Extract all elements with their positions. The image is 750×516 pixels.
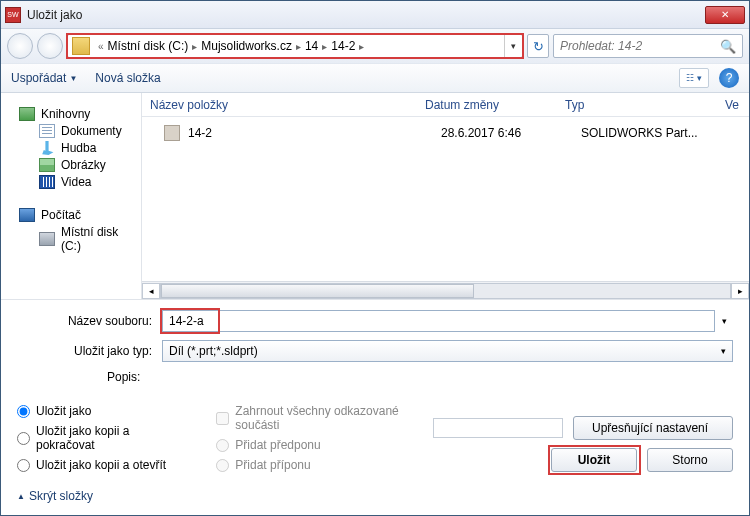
help-button[interactable]: ? bbox=[719, 68, 739, 88]
chevron-right-icon: ▸ bbox=[292, 41, 305, 52]
libraries-icon bbox=[19, 107, 35, 121]
toolbar: Uspořádat▼ Nová složka ☷ ▾ ? bbox=[1, 63, 749, 93]
part-file-icon bbox=[164, 125, 180, 141]
titlebar: SW Uložit jako ✕ bbox=[1, 1, 749, 29]
col-name[interactable]: Název položky bbox=[150, 98, 425, 112]
filename-label: Název souboru: bbox=[17, 314, 162, 328]
sidebar-item-documents[interactable]: Dokumenty bbox=[39, 124, 141, 138]
address-bar: « Místní disk (C:) ▸ Mujsolidworks.cz ▸ … bbox=[1, 29, 749, 63]
crumb-folder-2[interactable]: 14 bbox=[305, 39, 318, 53]
horizontal-scrollbar[interactable]: ◂ ▸ bbox=[142, 281, 749, 299]
sidebar-group-libraries[interactable]: Knihovny bbox=[19, 107, 141, 121]
column-headers: Název položky Datum změny Typ Ve bbox=[142, 93, 749, 117]
computer-icon bbox=[19, 208, 35, 222]
file-area: Název položky Datum změny Typ Ve 14-2 28… bbox=[142, 93, 749, 299]
document-icon bbox=[39, 124, 55, 138]
close-button[interactable]: ✕ bbox=[705, 6, 745, 24]
scroll-left-button[interactable]: ◂ bbox=[142, 283, 160, 299]
chevron-right-icon: ▸ bbox=[355, 41, 368, 52]
col-type[interactable]: Typ bbox=[565, 98, 725, 112]
options-area: Uložit jako Uložit jako kopii a pokračov… bbox=[1, 398, 749, 482]
sidebar-item-music[interactable]: Hudba bbox=[39, 141, 141, 155]
chevron-up-icon: ▲ bbox=[17, 492, 25, 501]
new-folder-button[interactable]: Nová složka bbox=[95, 71, 160, 85]
hide-folders-link[interactable]: ▲Skrýt složky bbox=[17, 489, 93, 503]
filename-dropdown[interactable]: ▾ bbox=[715, 316, 733, 326]
sidebar-item-pictures[interactable]: Obrázky bbox=[39, 158, 141, 172]
app-icon: SW bbox=[5, 7, 21, 23]
radio-add-suffix: Přidat příponu bbox=[216, 458, 413, 472]
music-icon bbox=[39, 141, 55, 155]
sidebar-item-localdisk[interactable]: Místní disk (C:) bbox=[39, 225, 141, 253]
prefix-suffix-input bbox=[433, 418, 563, 438]
sidebar-group-computer[interactable]: Počítač bbox=[19, 208, 141, 222]
scroll-thumb[interactable] bbox=[161, 284, 474, 298]
path-dropdown[interactable]: ▾ bbox=[504, 35, 522, 57]
filename-input[interactable] bbox=[162, 310, 715, 332]
checkbox-include-refs[interactable]: Zahrnout všechny odkazované součásti bbox=[216, 404, 413, 432]
forward-button[interactable] bbox=[37, 33, 63, 59]
sidebar-item-videos[interactable]: Videa bbox=[39, 175, 141, 189]
file-list: 14-2 28.6.2017 6:46 SOLIDWORKS Part... bbox=[142, 117, 749, 281]
description-label: Popis: bbox=[17, 370, 162, 384]
search-icon: 🔍 bbox=[720, 39, 736, 54]
radio-saveas[interactable]: Uložit jako bbox=[17, 404, 166, 418]
crumb-folder-3[interactable]: 14-2 bbox=[331, 39, 355, 53]
radio-copy-continue[interactable]: Uložit jako kopii a pokračovat bbox=[17, 424, 166, 452]
cancel-button[interactable]: Storno bbox=[647, 448, 733, 472]
file-name: 14-2 bbox=[188, 126, 441, 140]
filetype-label: Uložit jako typ: bbox=[17, 344, 162, 358]
crumb-folder-1[interactable]: Mujsolidworks.cz bbox=[201, 39, 292, 53]
form-area: Název souboru: ▾ Uložit jako typ: Díl (*… bbox=[1, 299, 749, 398]
search-box[interactable]: 🔍 bbox=[553, 34, 743, 58]
scroll-right-button[interactable]: ▸ bbox=[731, 283, 749, 299]
crumb-prefix: « bbox=[94, 41, 108, 52]
breadcrumb[interactable]: « Místní disk (C:) ▸ Mujsolidworks.cz ▸ … bbox=[67, 34, 523, 58]
videos-icon bbox=[39, 175, 55, 189]
crumb-drive[interactable]: Místní disk (C:) bbox=[108, 39, 189, 53]
scroll-track[interactable] bbox=[160, 283, 731, 299]
save-button[interactable]: Uložit bbox=[551, 448, 637, 472]
chevron-down-icon: ▼ bbox=[69, 74, 77, 83]
save-as-dialog: SW Uložit jako ✕ « Místní disk (C:) ▸ Mu… bbox=[0, 0, 750, 516]
col-size[interactable]: Ve bbox=[725, 98, 739, 112]
chevron-right-icon: ▸ bbox=[318, 41, 331, 52]
col-date[interactable]: Datum změny bbox=[425, 98, 565, 112]
pictures-icon bbox=[39, 158, 55, 172]
radio-add-prefix: Přidat předponu bbox=[216, 438, 413, 452]
back-button[interactable] bbox=[7, 33, 33, 59]
advanced-settings-button[interactable]: Upřesňující nastavení bbox=[573, 416, 733, 440]
refresh-button[interactable]: ↻ bbox=[527, 34, 549, 58]
view-options-button[interactable]: ☷ ▾ bbox=[679, 68, 709, 88]
chevron-right-icon: ▸ bbox=[188, 41, 201, 52]
window-title: Uložit jako bbox=[27, 8, 705, 22]
organize-menu[interactable]: Uspořádat▼ bbox=[11, 71, 77, 85]
sidebar: Knihovny Dokumenty Hudba Obrázky Videa P… bbox=[1, 93, 142, 299]
radio-copy-open[interactable]: Uložit jako kopii a otevřít bbox=[17, 458, 166, 472]
filetype-combo[interactable]: Díl (*.prt;*.sldprt)▾ bbox=[162, 340, 733, 362]
chevron-down-icon: ▾ bbox=[721, 346, 726, 356]
disk-icon bbox=[39, 232, 55, 246]
search-input[interactable] bbox=[560, 39, 720, 53]
body: Knihovny Dokumenty Hudba Obrázky Videa P… bbox=[1, 93, 749, 299]
file-date: 28.6.2017 6:46 bbox=[441, 126, 581, 140]
file-type: SOLIDWORKS Part... bbox=[581, 126, 741, 140]
folder-icon bbox=[72, 37, 90, 55]
file-row[interactable]: 14-2 28.6.2017 6:46 SOLIDWORKS Part... bbox=[150, 123, 741, 143]
